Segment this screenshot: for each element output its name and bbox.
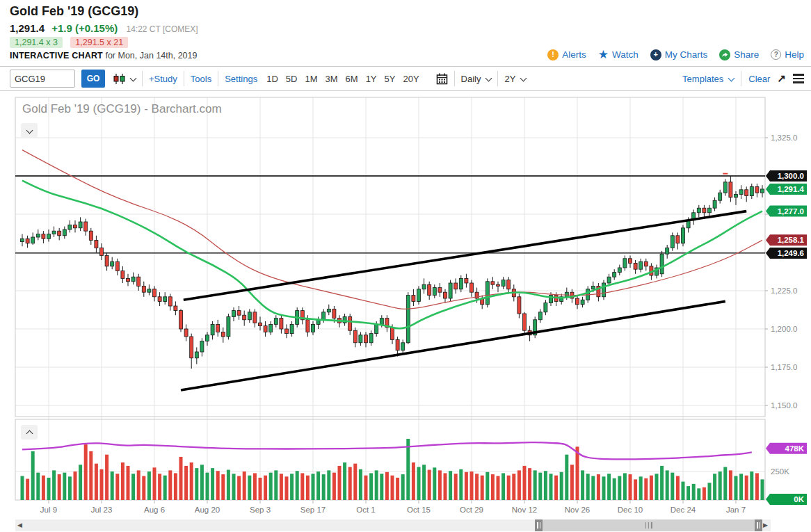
svg-text:1,300.0: 1,300.0 (778, 172, 804, 180)
quote-time: 14:22 CT [COMEX] (126, 24, 198, 34)
trend-channel-annotations (181, 211, 746, 390)
divider (741, 71, 741, 86)
scrollbar-left-handle[interactable] (535, 519, 543, 531)
range-5y-button[interactable]: 5Y (385, 74, 396, 84)
svg-text:Jul 23: Jul 23 (91, 506, 113, 514)
divider (184, 71, 184, 86)
svg-text:1,150.0: 1,150.0 (771, 401, 797, 410)
divider (454, 71, 455, 86)
ma-fast-line (22, 181, 762, 329)
open-interest-line (22, 442, 752, 459)
svg-text:Nov 26: Nov 26 (565, 506, 590, 514)
help-icon: ? (771, 49, 781, 60)
study-button[interactable]: +Study (149, 74, 177, 84)
calendar-icon[interactable] (436, 73, 448, 85)
svg-text:Sep 3: Sep 3 (250, 506, 271, 514)
range-5d-button[interactable]: 5D (286, 74, 298, 84)
symbol-input[interactable] (10, 70, 75, 88)
last-price: 1,291.4 (10, 22, 45, 34)
svg-text:1,225.0: 1,225.0 (771, 287, 797, 295)
menu-icon[interactable] (793, 74, 804, 83)
price-change: +1.9 (+0.15%) (51, 22, 118, 34)
watch-link[interactable]: ★ Watch (598, 49, 639, 61)
bid-quote: 1,291.4 x 3 (10, 37, 63, 48)
chevron-down-icon (520, 74, 527, 81)
my-charts-link[interactable]: + My Charts (650, 49, 708, 61)
svg-text:250K: 250K (771, 467, 789, 476)
scrollbar-grip (645, 522, 652, 529)
svg-text:1,249.6: 1,249.6 (778, 249, 804, 257)
scroll-left-icon[interactable]: ◀ (17, 522, 22, 529)
chart-toolbar: GO +Study Tools Settings 1D 5D 1M 3M 6M … (0, 67, 811, 91)
range-1y-button[interactable]: 1Y (366, 74, 377, 84)
clear-button[interactable]: Clear (748, 74, 770, 84)
zoom-range-dropdown[interactable]: 2Y (504, 74, 526, 84)
gridlines (15, 97, 765, 500)
help-link[interactable]: ? Help (771, 49, 804, 60)
header: Gold Feb '19 (GCG19) 1,291.4 +1.9 (+0.15… (0, 0, 811, 67)
svg-text:Jan 7: Jan 7 (726, 506, 746, 514)
chart-scrollbar[interactable]: ◀ ▶ (15, 519, 771, 531)
svg-text:Aug 6: Aug 6 (144, 506, 165, 514)
section-row: INTERACTIVE CHART for Mon, Jan 14th, 201… (10, 51, 197, 61)
axis-tags: 1,300.01,291.41,277.01,258.11,249.6478K0… (766, 170, 807, 505)
price-row: 1,291.4 +1.9 (+0.15%) 14:22 CT [COMEX] (10, 22, 198, 34)
alerts-link[interactable]: ! Alerts (547, 49, 586, 61)
svg-text:Oct 29: Oct 29 (460, 506, 483, 514)
chevron-down-icon (130, 74, 137, 81)
svg-text:1,291.4: 1,291.4 (778, 185, 805, 193)
svg-text:1,175.0: 1,175.0 (771, 363, 797, 371)
chart-type-dropdown[interactable] (113, 74, 136, 84)
range-20y-button[interactable]: 20Y (403, 74, 419, 84)
svg-text:Dec 10: Dec 10 (618, 506, 643, 514)
range-6m-button[interactable]: 6M (346, 74, 358, 84)
settings-button[interactable]: Settings (225, 74, 257, 84)
share-link[interactable]: Share (719, 49, 759, 61)
alert-icon: ! (547, 49, 559, 61)
svg-text:1,258.1: 1,258.1 (778, 236, 805, 244)
scrollbar-right-handle[interactable] (755, 519, 762, 531)
pane-borders (15, 97, 765, 500)
scroll-right-icon[interactable]: ▶ (763, 522, 768, 529)
svg-text:Sep 17: Sep 17 (300, 506, 326, 514)
ma-slow-line (22, 150, 762, 309)
x-axis: Jul 9Jul 23Aug 6Aug 20Sep 3Sep 17Oct 1Oc… (40, 500, 746, 514)
templates-dropdown[interactable]: Templates (682, 74, 734, 84)
svg-text:Jul 9: Jul 9 (40, 506, 57, 514)
svg-text:0K: 0K (794, 495, 804, 503)
divider (142, 71, 143, 86)
svg-text:1,200.0: 1,200.0 (771, 325, 797, 333)
frequency-dropdown[interactable]: Daily (461, 74, 492, 84)
volume-pane-collapse-button[interactable] (21, 425, 38, 440)
svg-text:1,325.0: 1,325.0 (771, 134, 797, 142)
plus-circle-icon: + (650, 49, 661, 61)
section-label: INTERACTIVE CHART (10, 51, 103, 61)
svg-text:478K: 478K (785, 444, 805, 453)
header-links: ! Alerts ★ Watch + My Charts Share ? Hel… (547, 49, 804, 61)
popout-icon[interactable]: ↗ (777, 72, 786, 85)
chart-watermark: Gold Feb '19 (GCG19) - Barchart.com (22, 102, 222, 116)
star-icon: ★ (598, 49, 609, 61)
divider (497, 71, 498, 86)
divider (218, 71, 218, 86)
range-shortcuts: 1D 5D 1M 3M 6M 1Y 5Y 20Y (266, 74, 419, 84)
chevron-down-icon (26, 127, 33, 134)
svg-text:1,277.0: 1,277.0 (778, 207, 804, 216)
scrollbar-thumb[interactable] (536, 519, 762, 531)
svg-text:Dec 24: Dec 24 (671, 506, 696, 514)
range-3m-button[interactable]: 3M (326, 74, 338, 84)
go-button[interactable]: GO (81, 70, 105, 88)
bid-ask-row: 1,291.4 x 3 1,291.5 x 21 (10, 37, 134, 48)
svg-text:Oct 1: Oct 1 (356, 506, 375, 514)
section-date: for Mon, Jan 14th, 2019 (103, 51, 198, 61)
svg-text:Aug 20: Aug 20 (195, 506, 220, 514)
range-1d-button[interactable]: 1D (266, 74, 278, 84)
page-title: Gold Feb '19 (GCG19) (10, 4, 138, 19)
ask-quote: 1,291.5 x 21 (70, 37, 128, 48)
price-pane-collapse-button[interactable] (21, 123, 38, 138)
candlestick-icon (113, 74, 127, 84)
tools-button[interactable]: Tools (191, 74, 211, 84)
svg-text:Oct 15: Oct 15 (407, 506, 431, 514)
chevron-down-icon (728, 74, 735, 81)
range-1m-button[interactable]: 1M (305, 74, 317, 84)
